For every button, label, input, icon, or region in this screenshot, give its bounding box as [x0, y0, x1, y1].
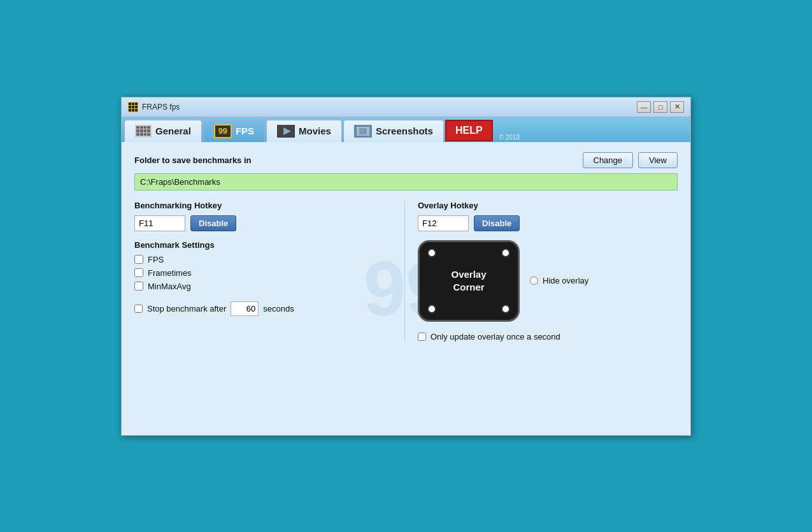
- hide-overlay-row: Hide overlay: [530, 276, 588, 285]
- update-overlay-label: Only update overlay once a second: [431, 332, 560, 341]
- corner-dot-top-left[interactable]: [427, 248, 436, 257]
- benchmarking-disable-button[interactable]: Disable: [190, 215, 236, 231]
- svg-rect-4: [359, 128, 367, 134]
- frametimes-checkbox-label: Frametimes: [148, 268, 192, 278]
- minmaxavg-checkbox[interactable]: [134, 282, 143, 291]
- right-column: Overlay Hotkey Disable OverlayCorner: [405, 201, 678, 341]
- overlay-row: OverlayCorner Hide overlay: [418, 240, 678, 329]
- general-tab-label: General: [155, 126, 191, 136]
- fps-checkbox-row: FPS: [134, 255, 394, 264]
- title-bar-left: FRAPS fps: [128, 102, 180, 112]
- frametimes-checkbox-row: Frametimes: [134, 268, 394, 278]
- view-button[interactable]: View: [638, 152, 678, 168]
- minmaxavg-checkbox-label: MinMaxAvg: [148, 282, 191, 291]
- hide-overlay-radio[interactable]: [530, 277, 538, 285]
- movies-tab-icon: [277, 125, 295, 138]
- change-button[interactable]: Change: [583, 152, 634, 168]
- close-button[interactable]: ✕: [670, 101, 684, 113]
- minimize-button[interactable]: —: [637, 101, 651, 113]
- movies-tab-label: Movies: [299, 126, 331, 136]
- benchmark-settings-label: Benchmark Settings: [134, 240, 394, 250]
- main-window: FRAPS fps — □ ✕ General 99 FPS: [121, 97, 691, 436]
- benchmarking-hotkey-row: Disable: [134, 215, 394, 231]
- update-overlay-checkbox[interactable]: [418, 333, 426, 341]
- corner-dot-top-right[interactable]: [501, 248, 510, 257]
- maximize-button[interactable]: □: [653, 101, 667, 113]
- overlay-hotkey-label: Overlay Hotkey: [418, 201, 678, 210]
- overlay-corner-label: OverlayCorner: [451, 268, 486, 293]
- tab-general[interactable]: General: [124, 120, 202, 142]
- update-overlay-row: Only update overlay once a second: [418, 332, 678, 341]
- two-column-layout: Benchmarking Hotkey Disable Benchmark Se…: [134, 201, 678, 341]
- fps-checkbox[interactable]: [134, 255, 143, 264]
- main-content: 99 Folder to save benchmarks in Change V…: [122, 142, 690, 435]
- stop-benchmark-checkbox[interactable]: [134, 305, 143, 313]
- folder-section: Folder to save benchmarks in Change View: [134, 152, 678, 168]
- tab-right-section: HELP © 2013: [445, 120, 520, 142]
- screenshots-tab-label: Screenshots: [376, 126, 433, 136]
- corner-dot-bottom-left[interactable]: [427, 305, 436, 313]
- overlay-corner-widget[interactable]: OverlayCorner: [418, 240, 520, 322]
- tab-screenshots[interactable]: Screenshots: [343, 120, 444, 142]
- overlay-hotkey-row: Disable: [418, 215, 678, 231]
- corner-dot-bottom-right[interactable]: [501, 305, 510, 313]
- tab-movies[interactable]: Movies: [266, 120, 342, 142]
- window-controls: — □ ✕: [637, 101, 684, 113]
- minmaxavg-checkbox-row: MinMaxAvg: [134, 282, 394, 291]
- benchmarking-hotkey-input[interactable]: [134, 215, 185, 231]
- overlay-disable-button[interactable]: Disable: [474, 215, 520, 231]
- folder-buttons: Change View: [583, 152, 678, 168]
- benchmarking-hotkey-label: Benchmarking Hotkey: [134, 201, 394, 210]
- overlay-hotkey-input[interactable]: [418, 215, 469, 231]
- app-icon: [128, 102, 138, 112]
- stop-benchmark-label: Stop benchmark after: [147, 304, 226, 313]
- seconds-label: seconds: [263, 304, 294, 313]
- folder-path-input[interactable]: [134, 173, 678, 191]
- title-bar: FRAPS fps — □ ✕: [122, 97, 690, 117]
- tab-fps[interactable]: 99 FPS: [203, 120, 265, 142]
- stop-benchmark-row: Stop benchmark after seconds: [134, 301, 394, 316]
- fps-checkbox-label: FPS: [148, 255, 164, 264]
- stop-benchmark-seconds-input[interactable]: [231, 301, 259, 316]
- fps-tab-label: FPS: [236, 126, 254, 136]
- tab-bar: General 99 FPS Movies: [122, 117, 690, 142]
- fps-tab-icon: 99: [214, 124, 232, 138]
- general-tab-icon: [135, 125, 152, 138]
- left-column: Benchmarking Hotkey Disable Benchmark Se…: [134, 201, 405, 341]
- window-title: FRAPS fps: [142, 103, 180, 111]
- screenshots-tab-icon: [354, 125, 372, 138]
- copyright-text: © 2013: [499, 134, 520, 142]
- frametimes-checkbox[interactable]: [134, 268, 143, 277]
- folder-label: Folder to save benchmarks in: [134, 155, 252, 165]
- hide-overlay-label: Hide overlay: [543, 276, 588, 285]
- help-button[interactable]: HELP: [445, 120, 493, 141]
